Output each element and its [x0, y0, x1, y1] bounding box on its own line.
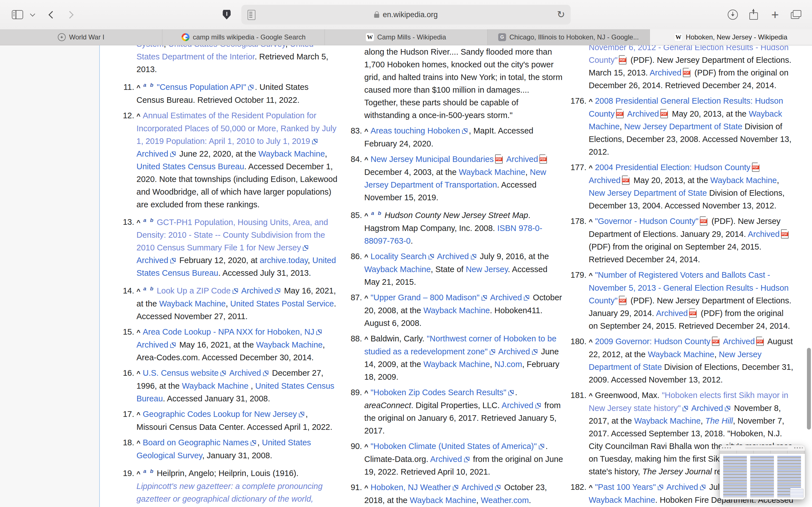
- reference-link[interactable]: "Hoboken Climate (United States of Ameri…: [370, 442, 537, 451]
- reference-link[interactable]: Archived: [748, 230, 779, 238]
- reference-link[interactable]: archive.today: [260, 256, 308, 265]
- reference-link[interactable]: Archived: [137, 340, 168, 349]
- backref-caret[interactable]: ^: [137, 219, 140, 226]
- backref-letters[interactable]: a b: [143, 217, 154, 223]
- reference-link[interactable]: Area Code Lookup - NPA NXX for Hoboken, …: [143, 327, 314, 336]
- reference-link[interactable]: Wayback Machine: [589, 496, 655, 504]
- reader-icon[interactable]: [248, 10, 255, 20]
- backref-caret[interactable]: ^: [137, 328, 140, 336]
- reference-link[interactable]: Areas touching Hoboken: [370, 126, 460, 135]
- reference-link[interactable]: Archived: [723, 337, 755, 346]
- reference-link[interactable]: United States Postal Service: [231, 299, 334, 308]
- reference-link[interactable]: Wayback Machine: [459, 168, 525, 177]
- backref-caret[interactable]: ^: [137, 411, 140, 418]
- reference-link[interactable]: Archived: [498, 347, 530, 356]
- backref-caret[interactable]: ^: [364, 253, 368, 261]
- reference-link[interactable]: ISBN: [497, 224, 516, 233]
- backref-caret[interactable]: ^: [589, 218, 593, 225]
- reference-link[interactable]: Wayback Machine: [410, 496, 476, 505]
- backref-caret[interactable]: ^: [137, 112, 140, 120]
- backref-caret[interactable]: ^: [589, 484, 593, 491]
- reference-link[interactable]: Archived: [137, 149, 168, 158]
- tab-world-war-i[interactable]: World War I: [0, 29, 162, 45]
- reference-link[interactable]: Locality Search: [370, 252, 426, 261]
- reference-link[interactable]: 2009 Governor: Hudson County: [595, 337, 710, 346]
- reference-link[interactable]: Wayback Machine: [634, 416, 701, 425]
- tab-hoboken-wikipedia[interactable]: Hoboken, New Jersey - Wikipedia: [650, 29, 812, 45]
- reference-link[interactable]: New Jersey Department of State: [589, 188, 707, 198]
- reference-link[interactable]: U.S. Census website: [143, 369, 218, 378]
- reference-link[interactable]: Archived: [437, 252, 469, 261]
- reference-link[interactable]: "Upper Grand – 800 Madison": [370, 293, 479, 302]
- reference-link[interactable]: Wayback Machine: [710, 176, 777, 185]
- forward-button[interactable]: [64, 0, 77, 29]
- reference-link[interactable]: Archived: [229, 369, 261, 378]
- reference-link[interactable]: Weather.com: [481, 496, 529, 505]
- backref-caret[interactable]: ^: [589, 338, 593, 346]
- address-bar[interactable]: en.wikipedia.org ↻: [241, 5, 571, 24]
- reference-link[interactable]: GCT-PH1 Population, Housing Units, Area,…: [137, 217, 328, 252]
- reference-link[interactable]: Archived: [502, 401, 534, 410]
- reference-link[interactable]: Lippincott's new gazetteer: a complete p…: [137, 482, 334, 507]
- reference-link[interactable]: United States Census Bureau: [137, 162, 244, 171]
- backref-caret[interactable]: ^: [137, 370, 140, 377]
- new-tab-button[interactable]: +: [769, 0, 781, 29]
- reference-link[interactable]: "Governor - Hudson County": [595, 217, 698, 226]
- reference-link[interactable]: Archived: [461, 483, 493, 492]
- back-button[interactable]: [45, 0, 57, 29]
- reference-link[interactable]: Archived: [666, 483, 698, 492]
- reference-link[interactable]: Geographic Codes Lookup for New Jersey: [143, 409, 297, 418]
- reference-link[interactable]: Archived: [506, 155, 538, 164]
- reference-link[interactable]: Wayback Machine: [182, 381, 248, 390]
- reference-link[interactable]: Wayback Machine: [423, 360, 490, 369]
- privacy-shield-icon[interactable]: [220, 0, 233, 29]
- reference-link[interactable]: Archived: [137, 256, 168, 265]
- reference-link[interactable]: The Hill: [705, 416, 733, 425]
- reference-link[interactable]: Archived: [430, 455, 462, 464]
- reference-link[interactable]: Wayback Machine: [364, 265, 431, 274]
- reference-link[interactable]: United States Geological Survey: [168, 45, 285, 48]
- backref-caret[interactable]: ^: [364, 156, 368, 163]
- reference-link[interactable]: Archived: [490, 293, 522, 302]
- backref-caret[interactable]: ^: [589, 392, 593, 399]
- reference-link[interactable]: Annual Estimates of the Resident Populat…: [137, 111, 336, 146]
- reference-link[interactable]: NJ.com: [495, 360, 522, 369]
- backref-caret[interactable]: ^: [589, 98, 593, 105]
- backref-caret[interactable]: ^: [364, 294, 368, 302]
- reference-link[interactable]: New Jersey Municipal Boundaries: [370, 155, 494, 164]
- reference-link[interactable]: Archived: [691, 404, 723, 413]
- reference-link[interactable]: System: [137, 45, 164, 48]
- reference-link[interactable]: "Past 100 Years": [595, 483, 656, 492]
- reload-icon[interactable]: ↻: [557, 9, 565, 20]
- reference-link[interactable]: Look Up a ZIP Code: [157, 286, 231, 295]
- tab-groups-chevron-icon[interactable]: [28, 0, 37, 29]
- downloads-button[interactable]: [726, 0, 739, 29]
- backref-letters[interactable]: a b: [143, 468, 154, 474]
- backref-caret[interactable]: ^: [364, 484, 368, 492]
- reference-link[interactable]: New Jersey: [466, 265, 508, 274]
- reference-link[interactable]: Archived: [589, 176, 620, 185]
- backref-caret[interactable]: ^: [364, 335, 368, 343]
- backref-letters[interactable]: a b: [143, 286, 154, 291]
- backref-caret[interactable]: ^: [364, 443, 368, 450]
- sidebar-icon[interactable]: [11, 0, 24, 29]
- tab-overview-button[interactable]: [790, 0, 802, 29]
- reference-link[interactable]: Archived: [656, 309, 688, 318]
- backref-letters[interactable]: a b: [371, 210, 382, 216]
- backref-letters[interactable]: a b: [143, 82, 154, 88]
- reference-link[interactable]: Board on Geographic Names: [143, 438, 249, 447]
- backref-caret[interactable]: ^: [364, 389, 368, 397]
- reference-link[interactable]: New Jersey Department of State: [624, 122, 742, 131]
- page-preview-thumbnail[interactable]: [720, 445, 805, 499]
- reference-link[interactable]: Archived: [241, 286, 273, 295]
- reference-link[interactable]: Wayback Machine: [159, 299, 226, 308]
- scrollbar-thumb[interactable]: [807, 348, 811, 430]
- tab-camp-mills-google-search[interactable]: camp mills wikipedia - Google Search: [162, 29, 325, 45]
- reference-link[interactable]: Wayback Machine: [423, 306, 490, 315]
- share-button[interactable]: [747, 0, 760, 29]
- reference-link[interactable]: Wayback Machine: [648, 350, 714, 359]
- backref-caret[interactable]: ^: [137, 83, 140, 91]
- tab-camp-mills-wikipedia[interactable]: Camp Mills - Wikipedia: [325, 29, 487, 45]
- reference-link[interactable]: Wayback Machine: [258, 149, 325, 158]
- backref-caret[interactable]: ^: [364, 127, 368, 135]
